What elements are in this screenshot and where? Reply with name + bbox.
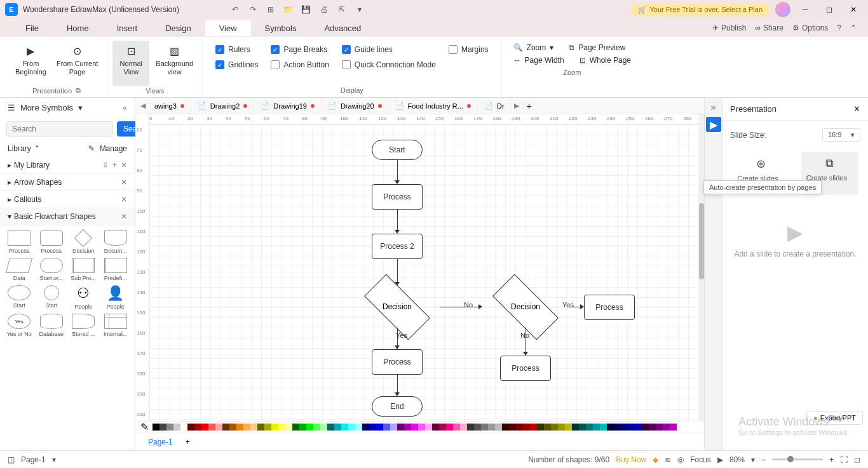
color-swatch[interactable] bbox=[194, 424, 201, 431]
section-arrow-shapes[interactable]: ▸ Arrow Shapes ✕ bbox=[0, 174, 135, 191]
color-swatch[interactable] bbox=[663, 424, 670, 431]
color-swatch[interactable] bbox=[341, 424, 348, 431]
color-swatch[interactable] bbox=[649, 424, 656, 431]
guide-lines-checkbox[interactable]: ✓Guide lines bbox=[342, 43, 436, 56]
color-swatch[interactable] bbox=[530, 424, 537, 431]
undo-icon[interactable]: ↶ bbox=[230, 4, 240, 15]
color-swatch[interactable] bbox=[656, 424, 663, 431]
close-panel-icon[interactable]: ✕ bbox=[853, 104, 860, 114]
help-icon[interactable]: ? bbox=[837, 23, 841, 32]
page-nav-icon[interactable]: ◫ bbox=[8, 455, 15, 464]
zoom-percent[interactable]: 80% bbox=[729, 455, 745, 464]
flowchart-decision2[interactable]: Decision bbox=[481, 284, 570, 329]
add-tab-button[interactable]: + bbox=[523, 101, 536, 111]
diamond-icon[interactable]: ◆ bbox=[653, 455, 658, 464]
shape-data[interactable]: Data bbox=[5, 258, 34, 281]
color-swatch[interactable] bbox=[264, 424, 271, 431]
flowchart-process2[interactable]: Process 2 bbox=[372, 234, 423, 259]
from-beginning-button[interactable]: ▶ From Beginning bbox=[11, 41, 50, 85]
color-swatch[interactable] bbox=[628, 424, 635, 431]
page-breaks-checkbox[interactable]: ✓Page Breaks bbox=[271, 43, 329, 56]
color-swatch[interactable] bbox=[642, 424, 649, 431]
color-swatch[interactable] bbox=[250, 424, 257, 431]
color-swatch[interactable] bbox=[551, 424, 558, 431]
flowchart-process-right[interactable]: Process bbox=[584, 295, 635, 320]
color-swatch[interactable] bbox=[502, 424, 509, 431]
close-button[interactable]: ✕ bbox=[844, 2, 863, 17]
minimize-button[interactable]: ─ bbox=[796, 2, 815, 17]
color-swatch[interactable] bbox=[383, 424, 390, 431]
color-swatch[interactable] bbox=[215, 424, 222, 431]
action-button-checkbox[interactable]: Action Button bbox=[271, 58, 329, 71]
layers-icon[interactable]: ≋ bbox=[665, 455, 671, 464]
color-swatch[interactable] bbox=[376, 424, 383, 431]
collapse-left-icon[interactable]: « bbox=[123, 103, 127, 112]
shape-people-round[interactable]: 👤People bbox=[102, 285, 130, 310]
close-icon[interactable]: ✕ bbox=[121, 212, 127, 221]
color-swatch[interactable] bbox=[334, 424, 341, 431]
color-swatch[interactable] bbox=[173, 424, 180, 431]
color-swatch[interactable] bbox=[425, 424, 432, 431]
zoom-slider[interactable] bbox=[772, 458, 823, 460]
color-swatch[interactable] bbox=[670, 424, 677, 431]
chevron-up-icon[interactable]: ⌃ bbox=[34, 144, 40, 153]
menu-symbols[interactable]: Symbols bbox=[251, 20, 311, 36]
color-swatch[interactable] bbox=[474, 424, 481, 431]
color-swatch[interactable] bbox=[460, 424, 467, 431]
color-swatch[interactable] bbox=[278, 424, 285, 431]
color-swatch[interactable] bbox=[257, 424, 264, 431]
user-avatar[interactable] bbox=[775, 2, 790, 17]
color-swatch[interactable] bbox=[621, 424, 628, 431]
vertical-scrollbar[interactable] bbox=[699, 114, 704, 421]
slide-size-select[interactable]: 16:9▾ bbox=[822, 128, 860, 142]
eyedropper-icon[interactable]: ✎ bbox=[140, 421, 149, 433]
page-indicator[interactable]: Page-1 bbox=[21, 455, 46, 464]
color-swatch[interactable] bbox=[481, 424, 488, 431]
flowchart-process[interactable]: Process bbox=[372, 184, 423, 210]
color-swatch[interactable] bbox=[355, 424, 362, 431]
tab-drawing3[interactable]: awing3 bbox=[148, 100, 191, 112]
margins-checkbox[interactable]: Margins bbox=[449, 43, 489, 56]
color-swatch[interactable] bbox=[537, 424, 544, 431]
shape-yesno[interactable]: YesYes or No bbox=[5, 314, 34, 337]
presentation-panel-button[interactable]: ▶ bbox=[706, 117, 721, 132]
color-swatch[interactable] bbox=[607, 424, 614, 431]
expand-right-icon[interactable]: » bbox=[710, 102, 716, 113]
page-width-button[interactable]: ↔Page Width bbox=[513, 56, 564, 65]
page-tab-1[interactable]: Page-1 bbox=[140, 435, 180, 449]
color-swatch[interactable] bbox=[523, 424, 530, 431]
shape-predefined[interactable]: Predefi... bbox=[102, 258, 130, 281]
color-swatch[interactable] bbox=[586, 424, 593, 431]
group-launcher-icon[interactable]: ⧉ bbox=[76, 86, 81, 95]
menu-design[interactable]: Design bbox=[151, 20, 205, 36]
buy-now-link[interactable]: Buy Now bbox=[616, 455, 646, 464]
normal-view-button[interactable]: ⊡ Normal View bbox=[112, 41, 149, 86]
qat-more-icon[interactable]: ▾ bbox=[355, 4, 365, 15]
color-swatch[interactable] bbox=[453, 424, 460, 431]
color-swatch[interactable] bbox=[635, 424, 642, 431]
color-swatch[interactable] bbox=[271, 424, 278, 431]
options-button[interactable]: ⚙Options bbox=[792, 23, 828, 32]
flowchart-decision[interactable]: Decision bbox=[353, 284, 442, 329]
color-swatch[interactable] bbox=[439, 424, 446, 431]
focus-icon[interactable]: ◎ bbox=[677, 455, 684, 464]
color-swatch[interactable] bbox=[369, 424, 376, 431]
color-swatch[interactable] bbox=[488, 424, 495, 431]
shape-process[interactable]: Process bbox=[5, 231, 34, 254]
collapse-ribbon-icon[interactable]: ⌃ bbox=[850, 23, 857, 32]
new-icon[interactable]: ⊞ bbox=[266, 4, 276, 15]
color-swatch[interactable] bbox=[187, 424, 194, 431]
flowchart-process3[interactable]: Process bbox=[372, 349, 423, 375]
tab-drawing19[interactable]: 📄Drawing19 bbox=[254, 99, 322, 112]
color-swatch[interactable] bbox=[600, 424, 607, 431]
shape-decision[interactable]: Decision bbox=[69, 231, 98, 254]
color-swatch[interactable] bbox=[299, 424, 306, 431]
chevron-down-icon[interactable]: ▾ bbox=[78, 103, 83, 112]
color-swatch[interactable] bbox=[614, 424, 621, 431]
color-swatch[interactable] bbox=[306, 424, 313, 431]
trial-banner[interactable]: 🛒 Your Free Trial is over. Select a Plan bbox=[630, 3, 770, 17]
slider-thumb[interactable] bbox=[787, 456, 794, 462]
export-icon[interactable]: ⇱ bbox=[337, 4, 347, 15]
play-icon[interactable]: ▶ bbox=[717, 455, 723, 464]
section-basic-flowchart[interactable]: ▾ Basic Flowchart Shapes ✕ bbox=[0, 208, 135, 225]
